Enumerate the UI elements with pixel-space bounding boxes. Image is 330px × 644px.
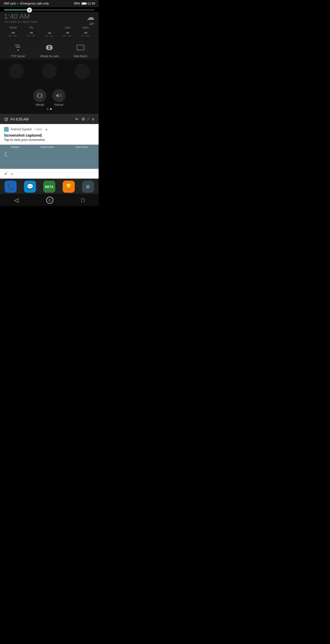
day3-low: 35° bbox=[68, 35, 72, 37]
day-label-1: FRI bbox=[22, 26, 40, 29]
alarm-clock-icon bbox=[4, 117, 9, 122]
preview-moon-area: ☾ bbox=[0, 149, 99, 160]
wrench-icon[interactable]: ∕ bbox=[88, 117, 89, 121]
weather-date: THU MAR 29 | NEW YORK bbox=[4, 20, 38, 23]
nav-recent-button[interactable]: □ bbox=[81, 197, 85, 204]
dark-overlay: Vibrate Normal bbox=[0, 59, 99, 114]
preview-label-datasaver: Data Saver bbox=[75, 146, 88, 148]
weather-day-2: ☁ 54° / 44° bbox=[40, 26, 58, 37]
gear-icon[interactable]: ⚙ bbox=[81, 117, 85, 122]
notif-bar: ✔ ○ bbox=[0, 169, 99, 179]
svg-rect-27 bbox=[5, 128, 8, 130]
vibrate-icon bbox=[46, 44, 53, 51]
sim-status: SIM card — Emergency calls only bbox=[4, 2, 49, 5]
circle-icon[interactable]: ○ bbox=[11, 171, 14, 177]
brightness-fill bbox=[4, 10, 29, 10]
notif-app-name: Android System bbox=[11, 128, 32, 131]
notif-header: Android System • now ▲ bbox=[4, 127, 95, 132]
app-light[interactable]: 💡 bbox=[63, 181, 75, 193]
vol-mode-vibrate-icon bbox=[33, 89, 46, 102]
volume-modes: Vibrate Normal bbox=[33, 89, 65, 106]
brightness-thumb[interactable] bbox=[27, 8, 32, 13]
app-phone[interactable]: 📞 bbox=[5, 181, 17, 193]
svg-rect-17 bbox=[38, 93, 41, 98]
vol-mode-normal[interactable]: Normal bbox=[52, 89, 65, 106]
status-bar-right: 99% 11:40 bbox=[74, 2, 95, 5]
app-grid[interactable]: ⊞ bbox=[82, 181, 94, 193]
weather-day-1: FRI ☁ 59° / 39° bbox=[22, 26, 40, 37]
notif-app-icon bbox=[4, 127, 9, 132]
tile-vibrate-calls-icon-wrap bbox=[43, 42, 55, 54]
day1-low: 39° bbox=[32, 35, 36, 37]
svg-point-0 bbox=[29, 9, 30, 11]
nav-home-button[interactable]: ○ bbox=[46, 197, 53, 204]
tile-hide-notch-label: Hide Notch bbox=[74, 55, 87, 58]
chevron-up-icon[interactable]: ∧ bbox=[92, 117, 95, 122]
edit-icon[interactable]: ✏ bbox=[75, 117, 78, 122]
status-bar: SIM card — Emergency calls only 99% 11:4… bbox=[0, 0, 99, 7]
alarm-actions: ✏ ⚙ ∕ ∧ bbox=[75, 117, 95, 122]
notif-body: Tap to view your screenshot. bbox=[4, 138, 95, 142]
day3-high: 55° bbox=[63, 35, 67, 37]
vol-mode-vibrate[interactable]: Vibrate bbox=[33, 89, 46, 106]
svg-rect-11 bbox=[48, 46, 50, 49]
check-icon[interactable]: ✔ bbox=[4, 171, 8, 177]
day-label-4: MON bbox=[76, 26, 95, 29]
dot-1 bbox=[50, 108, 52, 110]
tile-vibrate-calls-label: Vibrate for calls bbox=[40, 55, 59, 58]
tile-tcp-server-icon-wrap bbox=[12, 42, 24, 54]
vol-mode-vibrate-label: Vibrate bbox=[35, 103, 44, 106]
quick-tiles: TCP Server Vibrate for calls Hide Notch bbox=[0, 39, 99, 59]
day-label-3: SUN bbox=[58, 26, 76, 29]
nav-back-button[interactable]: ◁ bbox=[14, 197, 18, 204]
weather-time: 1:40 AM bbox=[4, 12, 38, 20]
wifi-icon bbox=[14, 44, 22, 51]
day2-high: 54° bbox=[45, 35, 49, 37]
dot-0 bbox=[47, 108, 49, 110]
alarm-left: Fri 8:55 AM bbox=[4, 117, 29, 122]
brightness-slider[interactable] bbox=[4, 10, 95, 10]
app-beta[interactable]: BETA bbox=[43, 181, 55, 193]
svg-line-25 bbox=[5, 118, 5, 118]
app-dock: 📞 💬 BETA 💡 ⊞ bbox=[0, 179, 99, 194]
day0-low: 48° bbox=[14, 35, 18, 37]
tile-vibrate-calls[interactable]: Vibrate for calls bbox=[39, 42, 59, 58]
svg-line-8 bbox=[28, 11, 29, 11]
weather-area: 1:40 AM THU MAR 29 | NEW YORK ☁ 48° TODA… bbox=[0, 12, 99, 39]
weather-temp: 48° bbox=[89, 22, 95, 26]
day1-high: 59° bbox=[27, 35, 30, 37]
vol-mode-normal-label: Normal bbox=[54, 103, 63, 106]
screenshot-preview[interactable]: Hotspot Invert colors Data Saver ☾ bbox=[0, 145, 99, 169]
day4-low: 39° bbox=[87, 35, 90, 37]
notif-title: Screenshot captured. bbox=[4, 133, 95, 137]
notification-card[interactable]: Android System • now ▲ Screenshot captur… bbox=[0, 124, 99, 145]
tile-tcp-server-label: TCP Server bbox=[11, 55, 25, 58]
tile-tcp-server[interactable]: TCP Server bbox=[8, 42, 28, 58]
sun-icon bbox=[28, 9, 31, 12]
day0-high: 52° bbox=[9, 35, 12, 37]
dot-indicators bbox=[47, 108, 52, 110]
app-messages[interactable]: 💬 bbox=[24, 181, 36, 193]
moon-icon: ☾ bbox=[4, 150, 10, 158]
nav-bar: ◁ ○ □ bbox=[0, 194, 99, 206]
brightness-row bbox=[0, 7, 99, 12]
weather-day-3: SUN ☁ 55° / 35° bbox=[58, 26, 76, 37]
day-label-0: TODAY bbox=[4, 26, 22, 29]
alarm-time: Fri 8:55 AM bbox=[11, 117, 29, 121]
svg-line-6 bbox=[30, 11, 30, 11]
tile-hide-notch[interactable]: Hide Notch bbox=[70, 42, 91, 58]
notif-time: • now bbox=[34, 128, 42, 131]
notif-expand-icon[interactable]: ▲ bbox=[45, 128, 48, 131]
battery-percent: 99% bbox=[74, 2, 80, 5]
preview-label-hotspot: Hotspot bbox=[11, 146, 19, 148]
day4-high: 47° bbox=[81, 35, 85, 37]
preview-labels: Hotspot Invert colors Data Saver bbox=[0, 145, 99, 149]
day2-low: 44° bbox=[50, 35, 54, 37]
tile-hide-notch-icon-wrap bbox=[74, 42, 87, 54]
alarm-row: Fri 8:55 AM ✏ ⚙ ∕ ∧ bbox=[0, 114, 99, 124]
svg-line-7 bbox=[30, 9, 30, 9]
svg-line-26 bbox=[7, 118, 8, 118]
battery-icon bbox=[81, 2, 86, 5]
preview-label-invert: Invert colors bbox=[40, 146, 54, 148]
weather-day-0: TODAY ☁ 52° / 48° bbox=[4, 26, 22, 37]
